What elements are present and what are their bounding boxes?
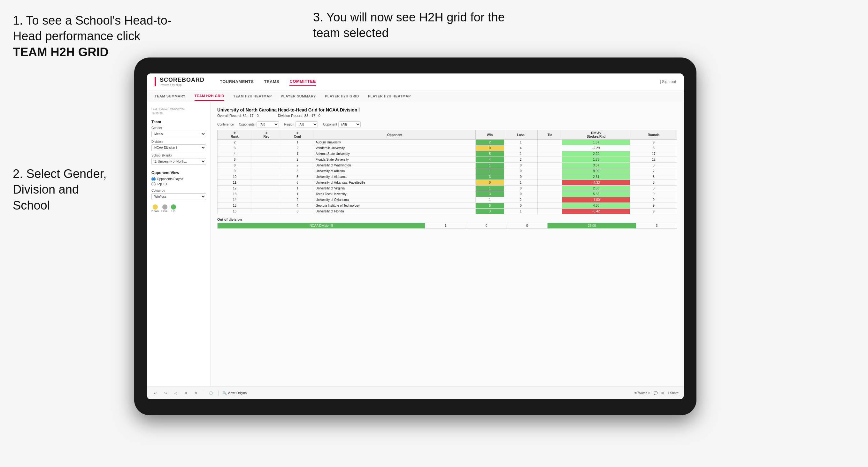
cell-rank: 16 [218,209,252,214]
paste-button[interactable]: ⊕ [193,391,199,396]
cell-conf: 2 [281,197,314,203]
back-button[interactable]: ◁ [173,391,179,396]
cell-reg [252,139,281,145]
colour-dot-up [171,205,176,210]
cell-diff: -6.42 [562,209,630,214]
cell-win: 1 [476,197,504,203]
cell-opponent: University of Oklahoma [314,197,476,203]
share-button[interactable]: ⤴ Share [668,391,679,395]
annotation-2-line1: 2. Select Gender, [13,167,107,181]
filter-conference: Conference [217,123,234,126]
ood-diff: 26.00 [548,223,637,229]
cell-loss: 2 [504,157,538,163]
cell-rank: 12 [218,186,252,191]
nav-committee[interactable]: COMMITTEE [289,77,316,86]
cell-conf: 2 [281,163,314,168]
th-rank: #Rank [218,130,252,139]
h2h-table: #Rank #Reg #Conf Opponent Win Loss Tie D… [217,130,677,214]
cell-tie [537,145,562,151]
cell-diff: 3.67 [562,163,630,168]
subnav-player-h2h-grid[interactable]: PLAYER H2H GRID [325,92,359,101]
cell-rounds: 3 [630,180,677,186]
cell-opponent: Vanderbilt University [314,145,476,151]
cell-loss: 0 [504,203,538,209]
cell-rank: 6 [218,157,252,163]
cell-win: 0 [476,145,504,151]
undo-button[interactable]: ↩ [152,391,158,396]
cell-win: 4 [476,157,504,163]
annotation-1: 1. To see a School's Head-to-Head perfor… [13,13,179,60]
table-row: 16 3 University of Florida 3 1 -6.42 9 [218,209,677,214]
logo-area: SCOREBOARD Powered by clippi [155,77,205,87]
table-row: 6 2 Florida State University 4 2 1.83 12 [218,157,677,163]
colour-by-label: Colour by [151,189,206,192]
cell-win: 0 [476,180,504,186]
subnav-player-summary[interactable]: PLAYER SUMMARY [281,92,316,101]
cell-conf: 5 [281,174,314,180]
cell-conf: 1 [281,139,314,145]
cell-diff: 1.83 [562,157,630,163]
main-content: Last Updated: 27/03/2024 16:55:38 Team G… [147,102,684,386]
nav-tournaments[interactable]: TOURNAMENTS [220,78,254,85]
cell-rounds: 8 [630,145,677,151]
cell-loss: 1 [504,151,538,157]
cell-reg [252,209,281,214]
ood-rounds: 3 [637,223,677,229]
cell-rounds: 8 [630,174,677,180]
subnav-team-h2h-heatmap[interactable]: TEAM H2H HEATMAP [233,92,272,101]
filter-opponent: Opponent (All) [323,121,361,127]
cell-opponent: University of Alabama [314,174,476,180]
cell-reg [252,180,281,186]
division-select[interactable]: NCAA Division I [151,145,206,151]
sign-out-button[interactable]: | Sign out [660,80,676,84]
subnav-team-h2h-grid[interactable]: TEAM H2H GRID [194,91,224,101]
cell-opponent: University of Florida [314,209,476,214]
cell-diff: 1.67 [562,139,630,145]
cell-reg [252,191,281,197]
colour-dot-down [153,205,158,210]
cell-opponent: University of Washington [314,163,476,168]
clock-button[interactable]: 🕐 [207,391,215,396]
toolbar-divider [203,391,203,396]
th-conf: #Conf [281,130,314,139]
cell-rank: 2 [218,139,252,145]
opponents-filter-select[interactable]: (All) [256,121,279,127]
logo-powered: Powered by clippi [160,83,205,87]
cell-tie [537,209,562,214]
cell-diff: -4.33 [562,180,630,186]
radio-top100[interactable]: Top 100 [151,182,206,186]
grid-button[interactable]: ⊞ [661,391,664,395]
school-select[interactable]: 1. University of North... [151,158,206,165]
cell-tie [537,197,562,203]
cell-loss: 2 [504,197,538,203]
cell-conf: 6 [281,180,314,186]
region-filter-select[interactable]: (All) [296,121,318,127]
gender-label: Gender [151,126,206,130]
colour-by-select[interactable]: Win/loss [151,193,206,200]
cell-rounds: 12 [630,157,677,163]
cell-win: 1 [476,163,504,168]
grid-records: Overall Record: 89 - 17 - 0 Division Rec… [217,114,677,118]
annotation-3: 3. You will now see H2H grid for the tea… [313,9,511,41]
radio-opponents-played[interactable]: Opponents Played [151,177,206,181]
nav-teams[interactable]: TEAMS [264,78,279,85]
ood-division: NCAA Division II [218,223,425,229]
annotation-2-line2: Division and [13,183,79,196]
subnav-player-h2h-heatmap[interactable]: PLAYER H2H HEATMAP [368,92,411,101]
comment-button[interactable]: 💬 [654,391,657,395]
watch-button[interactable]: 👁 Watch ▾ [634,391,650,395]
opponent-filter-select[interactable]: (All) [338,121,361,127]
cell-rank: 3 [218,145,252,151]
cell-rounds: 9 [630,203,677,209]
table-row: 4 1 Arizona State University 5 1 2.29 17 [218,151,677,157]
school-label: School (Rank) [151,154,206,157]
cell-tie [537,174,562,180]
subnav-team-summary[interactable]: TEAM SUMMARY [155,92,186,101]
cell-reg [252,197,281,203]
gender-select[interactable]: Men's [151,131,206,137]
colour-label-level: Level [161,210,168,213]
cell-rank: 9 [218,168,252,174]
redo-button[interactable]: ↪ [162,391,169,396]
table-row: 8 2 University of Washington 1 0 3.67 3 [218,163,677,168]
copy-button[interactable]: ⧉ [183,391,189,396]
